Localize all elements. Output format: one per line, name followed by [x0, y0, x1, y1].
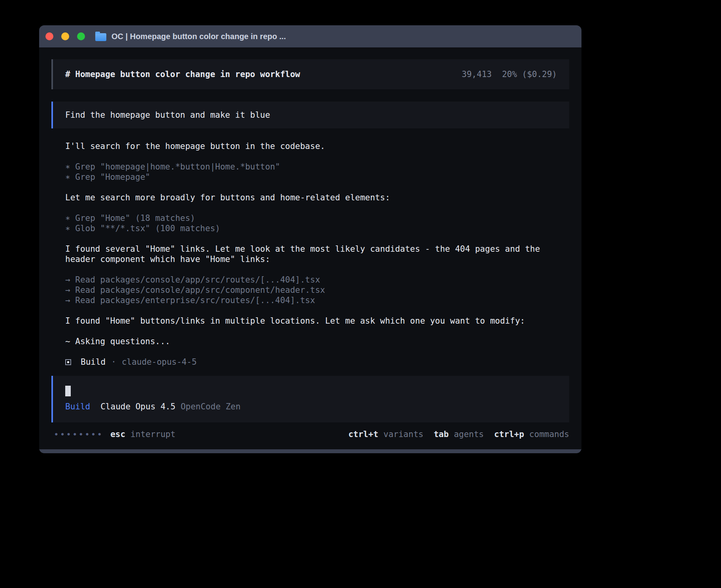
hint-commands: ctrl+p commands: [494, 429, 569, 439]
terminal-window: OC | Homepage button color change in rep…: [39, 25, 581, 453]
token-count: 39,413: [462, 69, 492, 79]
terminal-content: # Homepage button color change in repo w…: [39, 47, 581, 449]
user-message: Find the homepage button and make it blu…: [51, 102, 569, 128]
assistant-status-text: ~ Asking questions...: [65, 336, 553, 347]
assistant-text: I found "Home" buttons/links in multiple…: [65, 316, 553, 326]
active-model-label[interactable]: Claude Opus 4.5: [100, 401, 176, 412]
window-titlebar[interactable]: OC | Homepage button color change in rep…: [39, 25, 581, 47]
window-title-group: OC | Homepage button color change in rep…: [95, 32, 286, 41]
session-stats: 39,413 20% ($0.29): [462, 69, 557, 79]
assistant-text: I'll search for the homepage button in t…: [65, 141, 553, 151]
prompt-input[interactable]: Build Claude Opus 4.5 OpenCode Zen: [51, 376, 569, 422]
tool-call-grep: ∗ Grep "Home" (18 matches): [65, 213, 553, 223]
hint-label-agents: agents: [454, 429, 484, 439]
zoom-button[interactable]: [77, 32, 85, 40]
model-provider-label: OpenCode Zen: [181, 401, 241, 412]
agent-model: claude-opus-4-5: [122, 357, 197, 367]
active-agent-label[interactable]: Build: [65, 401, 90, 412]
assistant-text: I found several "Home" links. Let me loo…: [65, 244, 553, 264]
close-button[interactable]: [45, 32, 53, 40]
hint-label-commands: commands: [529, 429, 569, 439]
assistant-text: Let me search more broadly for buttons a…: [65, 192, 553, 203]
hint-interrupt: esc interrupt: [110, 429, 176, 439]
status-bar: ∙∙∙∙∙∙∙∙ esc interrupt ctrl+t variants t…: [51, 427, 569, 439]
session-header: # Homepage button color change in repo w…: [51, 59, 569, 89]
status-bar-right: ctrl+t variants tab agents ctrl+p comman…: [338, 429, 569, 439]
context-usage: 20% ($0.29): [502, 69, 557, 79]
hint-key-ctrl-t: ctrl+t: [348, 429, 378, 439]
hint-agents: tab agents: [434, 429, 484, 439]
hint-key-ctrl-p: ctrl+p: [494, 429, 524, 439]
tool-call-grep: ∗ Grep "homepage|home.*button|Home.*butt…: [65, 162, 553, 172]
hint-key-esc: esc: [110, 429, 125, 439]
tool-call-grep: ∗ Grep "Homepage": [65, 172, 553, 182]
hint-key-tab: tab: [434, 429, 449, 439]
square-dot-icon: [65, 359, 71, 365]
tool-call-glob: ∗ Glob "**/*.tsx" (100 matches): [65, 223, 553, 234]
model-selector-line: Build Claude Opus 4.5 OpenCode Zen: [65, 401, 557, 412]
status-bar-left: ∙∙∙∙∙∙∙∙ esc interrupt: [54, 429, 176, 439]
tool-call-read: → Read packages/enterprise/src/routes/[.…: [65, 295, 553, 305]
agent-name: Build: [81, 357, 106, 367]
hint-variants: ctrl+t variants: [348, 429, 423, 439]
text-cursor: [65, 386, 71, 396]
window-controls: [45, 32, 85, 40]
hint-label-interrupt: interrupt: [130, 429, 176, 439]
folder-icon: [95, 33, 106, 41]
agent-status: Build · claude-opus-4-5: [65, 357, 553, 367]
user-message-text: Find the homepage button and make it blu…: [65, 110, 270, 120]
separator-dot: ·: [111, 357, 116, 367]
session-title: # Homepage button color change in repo w…: [65, 69, 300, 79]
tool-call-read: → Read packages/console/app/src/componen…: [65, 285, 553, 295]
conversation-transcript: I'll search for the homepage button in t…: [65, 141, 553, 367]
minimize-button[interactable]: [61, 32, 69, 40]
tool-call-read: → Read packages/console/app/src/routes/[…: [65, 275, 553, 285]
hint-label-variants: variants: [383, 429, 423, 439]
spinner-dots-icon: ∙∙∙∙∙∙∙∙: [54, 429, 103, 439]
window-title: OC | Homepage button color change in rep…: [111, 32, 286, 41]
